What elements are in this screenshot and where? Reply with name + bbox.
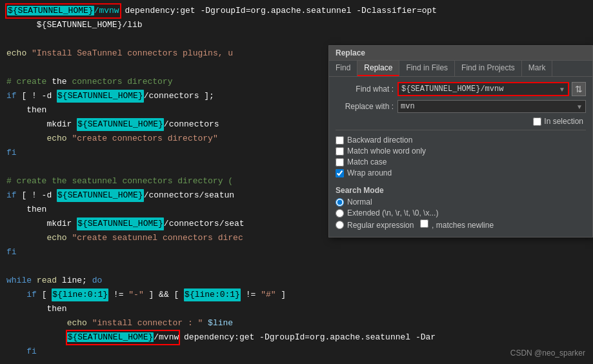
- wrap-around-row: Wrap around: [336, 168, 586, 177]
- regex-radio-label: Regular expression , matches newline: [347, 219, 494, 230]
- tab-replace[interactable]: Replace: [357, 61, 399, 76]
- highlight-mvnw-2: ${SEATUNNEL_HOME}/mvnw: [67, 331, 179, 344]
- whole-word-checkbox[interactable]: [336, 147, 344, 156]
- find-dropdown-arrow[interactable]: ▼: [556, 86, 568, 93]
- matches-newline-checkbox[interactable]: [420, 219, 428, 228]
- in-selection-label: In selection: [533, 117, 583, 126]
- dialog-title: Replace: [329, 46, 592, 61]
- tab-find-in-files[interactable]: Find in Files: [399, 61, 455, 76]
- find-input[interactable]: [399, 83, 556, 95]
- find-input-wrap: ▼: [397, 82, 569, 96]
- wrap-around-checkbox[interactable]: [336, 169, 344, 177]
- search-mode-section: Search Mode Normal Extended (\n, \r, \t,…: [336, 186, 586, 230]
- replace-dropdown-arrow[interactable]: ▼: [574, 103, 585, 110]
- tab-find-in-projects[interactable]: Find in Projects: [455, 61, 522, 76]
- code-line: if [ ${line:0:1} != "-" ] && [ ${line:0:…: [6, 288, 587, 302]
- normal-radio[interactable]: [336, 198, 344, 207]
- regex-radio-row: Regular expression , matches newline: [336, 219, 586, 230]
- extended-radio[interactable]: [336, 209, 344, 217]
- regex-radio[interactable]: [336, 221, 344, 229]
- code-line: [6, 359, 587, 364]
- swap-button[interactable]: ⇅: [572, 82, 586, 96]
- backward-label: Backward direction: [347, 136, 412, 145]
- code-line: fi: [6, 245, 587, 259]
- code-line: [6, 259, 587, 274]
- options-section: Backward direction Match whole word only…: [336, 133, 586, 182]
- extended-radio-row: Extended (\n, \r, \t, \0, \x...): [336, 208, 586, 217]
- replace-input-wrap: ▼: [397, 100, 586, 113]
- match-case-row: Match case: [336, 157, 586, 167]
- dialog-body: Find what : ▼ ⇅ Replace with : ▼ In sele…: [329, 77, 592, 237]
- tab-mark[interactable]: Mark: [522, 61, 553, 76]
- find-row: Find what : ▼ ⇅: [336, 82, 586, 96]
- in-selection-checkbox[interactable]: [533, 117, 541, 126]
- code-line: fi: [6, 345, 587, 359]
- extended-radio-label: Extended (\n, \r, \t, \0, \x...): [347, 208, 438, 217]
- search-mode-label: Search Mode: [336, 186, 586, 195]
- replace-input[interactable]: [398, 101, 574, 112]
- replace-row: Replace with : ▼: [336, 100, 586, 113]
- match-case-label: Match case: [347, 157, 387, 167]
- code-line: then: [6, 302, 587, 316]
- code-line: ${SEATUNNEL_HOME}/mvnw dependency:get -D…: [6, 4, 587, 18]
- code-line: while read line; do: [6, 274, 587, 288]
- divider: [336, 130, 586, 130]
- code-line: ${SEATUNNEL_HOME}/lib: [6, 18, 587, 32]
- match-case-checkbox[interactable]: [336, 158, 344, 167]
- code-line: ${SEATUNNEL_HOME}/mvnw dependency:get -D…: [6, 330, 587, 345]
- dialog-tabs: Find Replace Find in Files Find in Proje…: [329, 61, 592, 77]
- whole-word-row: Match whole word only: [336, 147, 586, 156]
- replace-dialog: Replace Find Replace Find in Files Find …: [328, 45, 593, 238]
- whole-word-label: Match whole word only: [347, 147, 426, 156]
- replace-label: Replace with :: [336, 102, 394, 111]
- normal-radio-label: Normal: [347, 197, 372, 207]
- tab-find[interactable]: Find: [329, 61, 357, 76]
- code-line: echo "install connector : " $line: [6, 316, 587, 330]
- watermark: CSDN @neo_sparker: [510, 349, 585, 358]
- backward-row: Backward direction: [336, 136, 586, 145]
- code-line: [6, 32, 587, 46]
- normal-radio-row: Normal: [336, 197, 586, 207]
- backward-checkbox[interactable]: [336, 136, 344, 145]
- highlight-mvnw-1: ${SEATUNNEL_HOME}/mvnw: [6, 5, 120, 17]
- wrap-around-label: Wrap around: [347, 168, 392, 177]
- in-selection-row: In selection: [336, 117, 586, 126]
- find-label: Find what :: [336, 85, 394, 94]
